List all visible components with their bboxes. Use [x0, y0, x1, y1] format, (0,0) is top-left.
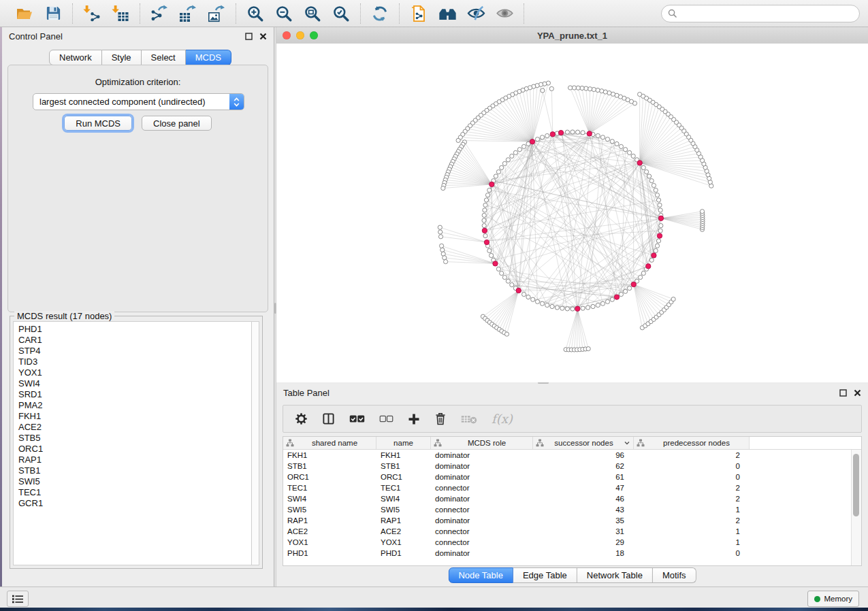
graph-node[interactable] — [654, 188, 658, 192]
graph-node[interactable] — [628, 286, 632, 291]
graph-node[interactable] — [610, 139, 614, 144]
save-session-button[interactable] — [44, 4, 63, 23]
graph-mcds-node[interactable] — [558, 130, 563, 135]
import-network-button[interactable] — [82, 4, 101, 23]
zoom-out-button[interactable] — [274, 4, 293, 23]
graph-node[interactable] — [624, 148, 628, 152]
unselect-all-columns-button[interactable] — [379, 414, 393, 423]
mcds-result-item[interactable]: PMA2 — [18, 400, 252, 411]
graph-node[interactable] — [522, 293, 526, 297]
mcds-result-item[interactable]: SRD1 — [18, 389, 252, 400]
show-graphics-details-button[interactable] — [466, 4, 485, 23]
graph-node[interactable] — [570, 307, 575, 311]
graph-node[interactable] — [631, 154, 635, 158]
optimization-criterion-dropdown[interactable]: largest connected component (undirected) — [33, 93, 244, 110]
graph-node[interactable] — [500, 165, 504, 169]
graph-node[interactable] — [645, 170, 649, 174]
graph-node[interactable] — [487, 248, 492, 252]
graph-node[interactable] — [506, 158, 510, 162]
column-header-name[interactable]: name — [376, 437, 431, 449]
maximize-window-icon[interactable] — [310, 31, 318, 39]
column-header-predecessor-nodes[interactable]: predecessor nodes — [634, 437, 750, 449]
graph-node[interactable] — [487, 188, 492, 192]
graph-leaf-node[interactable] — [440, 248, 445, 252]
graph-node[interactable] — [656, 198, 660, 202]
export-network-button[interactable] — [150, 4, 169, 23]
graph-node[interactable] — [483, 208, 487, 212]
graph-node[interactable] — [540, 301, 544, 306]
tab-motifs[interactable]: Motifs — [653, 567, 696, 583]
graph-node[interactable] — [560, 306, 564, 310]
graph-node[interactable] — [615, 142, 619, 146]
table-row[interactable]: SWI4SWI4dominator462 — [283, 493, 861, 504]
graph-node[interactable] — [605, 299, 609, 303]
node-table[interactable]: shared namenameMCDS rolesuccessor nodesp… — [283, 436, 862, 566]
graph-node[interactable] — [496, 170, 500, 174]
network-canvas[interactable] — [276, 44, 868, 382]
mcds-result-item[interactable]: CAR1 — [18, 335, 252, 346]
graph-node[interactable] — [482, 218, 486, 222]
table-row[interactable]: TEC1TEC1connector472 — [283, 482, 861, 493]
tab-select[interactable]: Select — [142, 50, 186, 65]
graph-leaf-node[interactable] — [444, 260, 448, 264]
create-new-column-button[interactable] — [408, 413, 420, 425]
graph-node[interactable] — [500, 271, 504, 276]
graph-node[interactable] — [600, 135, 605, 139]
mcds-result-item[interactable]: SWI5 — [18, 476, 252, 487]
table-scrollbar[interactable] — [851, 450, 861, 565]
zoom-selected-button[interactable] — [332, 4, 351, 23]
graph-leaf-node[interactable] — [671, 297, 675, 301]
graph-leaf-node[interactable] — [572, 86, 576, 90]
select-all-columns-button[interactable] — [349, 414, 365, 424]
graph-node[interactable] — [506, 279, 510, 283]
graph-leaf-node[interactable] — [504, 332, 509, 336]
table-row[interactable]: STB1STB1dominator620 — [283, 461, 861, 472]
graph-mcds-node[interactable] — [614, 295, 619, 299]
graph-node[interactable] — [565, 130, 569, 134]
graph-node[interactable] — [596, 133, 600, 137]
network-search-field[interactable] — [661, 5, 860, 22]
mcds-result-item[interactable]: RAP1 — [18, 455, 252, 465]
close-window-icon[interactable] — [283, 31, 291, 39]
tab-style[interactable]: Style — [102, 50, 142, 65]
mcds-result-item[interactable]: SWI4 — [18, 378, 252, 389]
table-row[interactable]: ORC1ORC1dominator610 — [283, 472, 861, 482]
graph-leaf-node[interactable] — [549, 86, 553, 90]
graph-node[interactable] — [555, 306, 559, 310]
table-row[interactable]: FKH1FKH1dominator962 — [283, 450, 861, 461]
mcds-result-item[interactable]: ORC1 — [18, 444, 252, 455]
graph-node[interactable] — [658, 208, 662, 212]
table-row[interactable]: YOX1YOX1connector291 — [283, 537, 861, 548]
graph-leaf-node[interactable] — [592, 87, 596, 91]
graph-leaf-node[interactable] — [600, 89, 604, 93]
delete-column-button[interactable] — [434, 412, 447, 425]
graph-mcds-node[interactable] — [516, 288, 521, 293]
graph-node[interactable] — [600, 301, 605, 306]
graph-node[interactable] — [496, 267, 500, 271]
graph-node[interactable] — [658, 203, 662, 207]
graph-node[interactable] — [502, 276, 507, 280]
graph-mcds-node[interactable] — [652, 253, 656, 258]
close-panel-icon[interactable] — [259, 33, 267, 40]
tab-edge-table[interactable]: Edge Table — [513, 567, 577, 583]
graph-leaf-node[interactable] — [456, 138, 460, 142]
graph-mcds-node[interactable] — [575, 306, 580, 311]
graph-leaf-node[interactable] — [441, 186, 445, 191]
mcds-result-item[interactable]: FKH1 — [18, 411, 252, 422]
tab-node-table[interactable]: Node Table — [448, 567, 513, 583]
graph-node[interactable] — [581, 131, 585, 135]
graph-node[interactable] — [545, 133, 549, 137]
graph-node[interactable] — [483, 203, 487, 207]
float-panel-icon[interactable] — [245, 33, 253, 40]
graph-leaf-node[interactable] — [438, 235, 443, 239]
graph-leaf-node[interactable] — [541, 88, 545, 93]
graph-mcds-node[interactable] — [637, 161, 642, 165]
zoom-fit-button[interactable] — [303, 4, 322, 23]
graph-node[interactable] — [641, 271, 645, 276]
graph-leaf-node[interactable] — [580, 86, 584, 90]
graph-mcds-node[interactable] — [550, 132, 555, 137]
graph-mcds-node[interactable] — [482, 228, 487, 233]
graph-node[interactable] — [619, 144, 623, 148]
table-row[interactable]: PHD1PHD1dominator180 — [283, 548, 861, 559]
graph-mcds-node[interactable] — [493, 261, 498, 266]
